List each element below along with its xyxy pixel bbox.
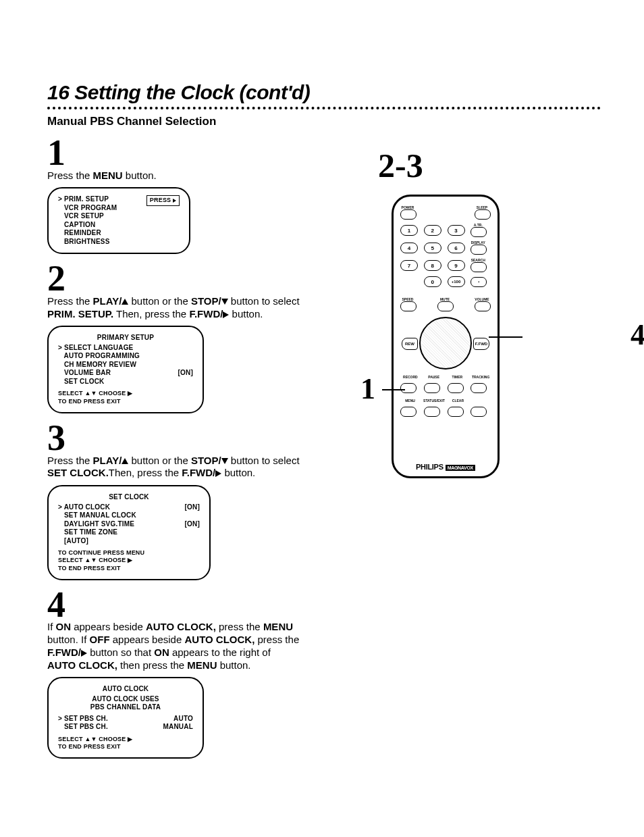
num-3-button[interactable]: 3 [448,225,465,236]
power-button[interactable] [400,209,417,220]
rew-button[interactable]: REW [402,338,418,350]
sleep-button[interactable] [475,209,491,220]
right-triangle-icon [223,311,229,318]
num-4-button[interactable]: 4 [400,243,418,253]
num-6-button[interactable]: 6 [448,243,465,253]
step-3-text: Press the PLAY/ button or the STOP/ butt… [47,455,344,480]
page-number: 16 [47,81,69,103]
remote-wrap: 1 4 POWER SLEEP 1 2 3 A. [392,195,617,478]
manual-page: 16 Setting the Clock (cont'd) Manual PBS… [0,0,644,837]
ffwd-button[interactable]: F.FWD [473,338,489,350]
speed-button[interactable] [400,301,417,311]
num-0-button[interactable]: 0 [424,276,441,287]
step-1-text: Press the MENU button. [47,170,344,182]
num-2-button[interactable]: 2 [424,225,441,236]
volume-button[interactable] [475,301,491,311]
title-text: Setting the Clock (cont'd) [74,81,310,103]
status-exit-button[interactable] [424,407,440,417]
screen-2: PRIMARY SETUP > SELECT LANGUAGE AUTO PRO… [47,326,204,413]
dotted-divider [47,107,601,109]
left-column: 1 Press the MENU button. PRESS > PRIM. S… [47,132,344,767]
record-button[interactable] [400,383,417,393]
callout-4: 4 [630,318,644,352]
plus100-button[interactable]: +100 [448,276,465,287]
num-8-button[interactable]: 8 [424,260,441,271]
down-triangle-icon [221,458,228,464]
columns: 1 Press the MENU button. PRESS > PRIM. S… [47,132,617,767]
callout-line-4 [489,336,522,338]
dpad: REW F.FWD [400,317,491,370]
pause-button[interactable] [424,383,440,393]
num-1-button[interactable]: 1 [400,225,418,236]
up-triangle-icon [122,299,128,305]
press-box: PRESS [146,195,180,205]
screen-1: PRESS > PRIM. SETUP VCR PROGRAM VCR SETU… [47,187,190,254]
right-triangle-icon [81,650,87,657]
callout-1: 1 [360,372,375,406]
screen-4: AUTO CLOCK AUTO CLOCK USES PBS CHANNEL D… [47,677,204,759]
num-7-button[interactable]: 7 [400,260,418,271]
display-button[interactable] [471,245,487,255]
num-9-button[interactable]: 9 [448,260,465,271]
step-3-number: 3 [47,422,344,455]
clear-button[interactable] [448,407,464,417]
extra-button[interactable] [471,407,487,417]
page-title: 16 Setting the Clock (cont'd) [47,81,617,104]
right-triangle-icon [215,470,221,477]
step-1-number: 1 [47,136,344,170]
step-2-text: Press the PLAY/ button or the STOP/ butt… [47,295,344,321]
menu-button[interactable] [400,407,417,417]
remote-step-label: 2-3 [378,146,617,185]
atr-button[interactable] [471,227,487,237]
step-4-number: 4 [47,588,344,622]
right-triangle-icon [173,199,176,203]
callout-line-1 [382,389,405,390]
remote-brand: PHILIPSMAGNAVOX [400,463,491,471]
step-2-number: 2 [47,262,344,295]
remote-control: POWER SLEEP 1 2 3 A.TR. 4 5 6 [392,195,500,478]
up-triangle-icon [122,458,128,464]
dpad-ring [419,317,472,370]
step-4-text: If ON appears beside AUTO CLOCK, press t… [47,621,344,671]
search-button[interactable] [471,262,487,272]
tracking-button[interactable] [471,383,487,393]
screen-3: SET CLOCK > AUTO CLOCK[ON] SET MANUAL CL… [47,485,211,580]
mute-button[interactable] [437,301,454,311]
num-5-button[interactable]: 5 [424,243,441,253]
timer-button[interactable] [448,383,464,393]
section-subhead: Manual PBS Channel Selection [47,115,617,128]
down-triangle-icon [221,299,228,305]
dot-button[interactable]: • [471,277,487,287]
right-column: 2-3 1 4 POWER SLEEP 1 2 [371,132,617,767]
